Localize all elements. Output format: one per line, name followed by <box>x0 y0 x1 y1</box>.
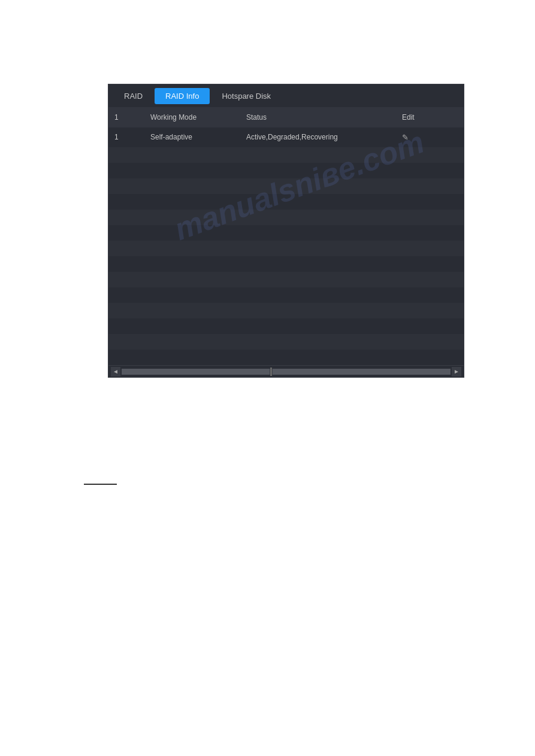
col-header-edit: Edit <box>396 111 444 124</box>
empty-row <box>108 272 464 287</box>
col-header-status: Status <box>240 111 396 124</box>
separator-line <box>84 484 117 485</box>
empty-row <box>108 241 464 256</box>
empty-row <box>108 194 464 210</box>
empty-row <box>108 147 464 163</box>
scroll-thumb-left[interactable] <box>122 369 270 375</box>
scroll-divider <box>270 368 272 376</box>
empty-row <box>108 178 464 194</box>
col-header-num: 1 <box>108 111 144 124</box>
page: RAID RAID Info Hotspare Disk 1 Working M… <box>0 0 535 756</box>
cell-status: Active,Degraded,Recovering <box>240 130 396 145</box>
scroll-thumb-right[interactable] <box>273 369 451 375</box>
edit-icon[interactable]: ✎ <box>402 133 409 142</box>
empty-row <box>108 256 464 272</box>
scroll-right-arrow[interactable]: ► <box>452 367 461 377</box>
empty-row <box>108 303 464 318</box>
tab-hotspare-disk[interactable]: Hotspare Disk <box>211 88 282 104</box>
tab-raid-info[interactable]: RAID Info <box>155 88 210 104</box>
table-row: 1 Self-adaptive Active,Degraded,Recoveri… <box>108 127 464 147</box>
horizontal-scrollbar[interactable]: ◄ ► <box>108 365 464 377</box>
raid-info-table: 1 Working Mode Status Edit 1 Self-adapti… <box>108 107 464 365</box>
scroll-track[interactable] <box>122 369 451 375</box>
empty-row <box>108 163 464 178</box>
scroll-left-arrow[interactable]: ◄ <box>111 367 120 377</box>
main-panel: RAID RAID Info Hotspare Disk 1 Working M… <box>108 84 464 378</box>
cell-edit[interactable]: ✎ <box>396 130 444 145</box>
tab-raid[interactable]: RAID <box>113 88 153 104</box>
empty-row <box>108 287 464 303</box>
col-header-working-mode: Working Mode <box>144 111 240 124</box>
empty-row <box>108 318 464 334</box>
empty-row <box>108 225 464 241</box>
table-header: 1 Working Mode Status Edit <box>108 107 464 127</box>
empty-row <box>108 350 464 365</box>
cell-working-mode: Self-adaptive <box>144 130 240 145</box>
cell-num: 1 <box>108 130 144 145</box>
empty-row <box>108 334 464 350</box>
empty-row <box>108 210 464 225</box>
tab-bar: RAID RAID Info Hotspare Disk <box>108 84 464 107</box>
